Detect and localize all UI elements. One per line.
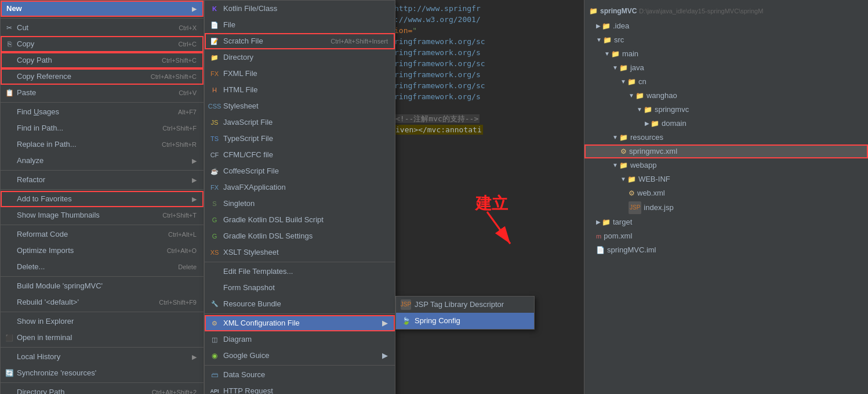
submenu-label-http-request: HTTP Request xyxy=(223,385,273,394)
tree-item-springmvc-xml[interactable]: ⚙ springmvc.xml xyxy=(584,144,868,158)
tree-item-pom-xml[interactable]: m pom.xml xyxy=(584,229,868,243)
submenu-item-singleton[interactable]: S Singleton xyxy=(205,196,395,212)
submenu-label-gradle-build: Gradle Kotlin DSL Build Script xyxy=(223,214,324,226)
submenu-item-http-request[interactable]: API HTTP Request xyxy=(205,383,395,394)
ts-icon: TS xyxy=(209,133,220,144)
submenu-label-html-file: HTML File xyxy=(223,84,257,96)
menu-item-open-in-terminal[interactable]: ⬛ Open in terminal xyxy=(1,330,204,346)
file-tree-panel: 📁 springMVC D:\java\java_idle\day15-spri… xyxy=(584,0,868,394)
menu-item-cut[interactable]: ✂ Cut Ctrl+X xyxy=(1,20,204,36)
submenu-item-edit-file-templates[interactable]: Edit File Templates... xyxy=(205,263,395,280)
tree-item-springmvc-iml[interactable]: 📄 springMVC.iml xyxy=(584,243,868,257)
submenu-item-html-file[interactable]: H HTML File xyxy=(205,82,395,98)
folder-icon-domain: 📁 xyxy=(651,118,659,129)
project-root-path: D:\java\java_idle\day15-springMVC\spring… xyxy=(639,5,763,17)
submenu-item-javafx[interactable]: FX JavaFXApplication xyxy=(205,179,395,196)
submenu-item-directory[interactable]: 📁 Directory xyxy=(205,49,395,66)
menu-item-copy-reference[interactable]: Copy Reference Ctrl+Alt+Shift+C xyxy=(1,68,204,85)
submenu-item-xslt[interactable]: XS XSLT Stylesheet xyxy=(205,244,395,261)
menu-item-show-in-explorer[interactable]: Show in Explorer xyxy=(1,313,204,330)
tree-item-src[interactable]: ▼ 📁 src xyxy=(584,33,868,47)
menu-item-copy[interactable]: ⎘ Copy Ctrl+C xyxy=(1,36,204,52)
tree-item-springmvc-folder[interactable]: ▼ 📁 springmvc xyxy=(584,103,868,117)
tree-item-main[interactable]: ▼ 📁 main xyxy=(584,47,868,61)
menu-item-directory-path[interactable]: Directory Path Ctrl+Alt+Shift+2 xyxy=(1,384,204,394)
menu-label-reformat-code: Reformat Code xyxy=(17,228,68,241)
submenu-label-javascript-file: JavaScript File xyxy=(223,116,273,129)
tree-label-web-xml: web.xml xyxy=(637,187,665,199)
tree-item-domain[interactable]: ▶ 📁 domain xyxy=(584,117,868,131)
submenu-label-file: File xyxy=(223,19,235,31)
submenu-item-diagram[interactable]: ◫ Diagram xyxy=(205,331,395,348)
submenu-item-xml-config[interactable]: ⚙ XML Configuration File ▶ xyxy=(205,315,395,331)
gradle-build-icon: G xyxy=(209,215,220,225)
tree-item-webapp[interactable]: ▼ 📁 webapp xyxy=(584,158,868,172)
menu-item-build-module[interactable]: Build Module 'springMVC' xyxy=(1,278,204,294)
submenu-item-spring-config[interactable]: 🍃 Spring Config xyxy=(396,313,534,329)
tree-item-index-jsp[interactable]: JSP index.jsp xyxy=(584,200,868,215)
submenu-item-file[interactable]: 📄 File xyxy=(205,17,395,33)
tree-item-resources[interactable]: ▼ 📁 resources xyxy=(584,131,868,144)
shortcut-copy-path: Ctrl+Shift+C xyxy=(162,54,197,67)
submenu-label-spring-config: Spring Config xyxy=(415,315,460,327)
submenu-item-coffeescript-file[interactable]: ☕ CoffeeScript File xyxy=(205,163,395,179)
tree-item-cn[interactable]: ▼ 📁 cn xyxy=(584,75,868,89)
menu-item-analyze[interactable]: Analyze ▶ xyxy=(1,153,204,169)
submenu-arrow-local-history: ▶ xyxy=(192,350,197,363)
submenu-item-cfml-file[interactable]: CF CFML/CFC file xyxy=(205,147,395,163)
submenu-label-gradle-settings: Gradle Kotlin DSL Settings xyxy=(223,230,313,243)
menu-item-find-usages[interactable]: Find Usages Alt+F7 xyxy=(1,104,204,120)
menu-label-build-module: Build Module 'springMVC' xyxy=(17,280,103,292)
menu-label-open-in-terminal: Open in terminal xyxy=(17,331,72,344)
tree-item-java[interactable]: ▼ 📁 java xyxy=(584,61,868,75)
tree-item-target[interactable]: ▶ 📁 target xyxy=(584,215,868,229)
menu-label-show-image-thumbnails: Show Image Thumbnails xyxy=(17,209,100,222)
menu-item-paste[interactable]: 📋 Paste Ctrl+V xyxy=(1,85,204,101)
submenu-item-gradle-settings[interactable]: G Gradle Kotlin DSL Settings xyxy=(205,228,395,244)
menu-item-rebuild[interactable]: Rebuild '<default>' Ctrl+Shift+F9 xyxy=(1,294,204,310)
menu-item-synchronize[interactable]: 🔄 Synchronize 'resources' xyxy=(1,365,204,381)
menu-separator-7 xyxy=(1,312,204,312)
submenu-item-javascript-file[interactable]: JS JavaScript File xyxy=(205,114,395,131)
menu-label-analyze: Analyze xyxy=(17,154,43,167)
menu-item-find-in-path[interactable]: Find in Path... Ctrl+Shift+F xyxy=(1,120,204,136)
maven-icon-pom: m xyxy=(596,230,601,242)
submenu-item-scratch-file[interactable]: 📝 Scratch File Ctrl+Alt+Shift+Insert xyxy=(205,33,395,49)
tree-item-webinf[interactable]: ▼ 📁 WEB-INF xyxy=(584,172,868,186)
menu-item-copy-path[interactable]: Copy Path Ctrl+Shift+C xyxy=(1,52,204,68)
menu-item-local-history[interactable]: Local History ▶ xyxy=(1,349,204,365)
tree-label-webapp: webapp xyxy=(630,160,657,171)
submenu-item-form-snapshot[interactable]: Form Snapshot xyxy=(205,280,395,296)
tree-arrow-webinf: ▼ xyxy=(620,173,626,185)
submenu-item-jsp-tag-library[interactable]: JSP JSP Tag Library Descriptor xyxy=(396,297,534,313)
menu-item-add-to-favorites[interactable]: Add to Favorites ▶ xyxy=(1,191,204,207)
menu-item-reformat-code[interactable]: Reformat Code Ctrl+Alt+L xyxy=(1,226,204,243)
submenu-item-stylesheet[interactable]: CSS Stylesheet xyxy=(205,98,395,114)
menu-item-show-image-thumbnails[interactable]: Show Image Thumbnails Ctrl+Shift+T xyxy=(1,207,204,223)
menu-item-refactor[interactable]: Refactor ▶ xyxy=(1,172,204,188)
css-icon: CSS xyxy=(209,101,220,111)
tree-item-idea[interactable]: ▶ 📁 .idea xyxy=(584,19,868,33)
tree-item-web-xml[interactable]: ⚙ web.xml xyxy=(584,186,868,200)
shortcut-scratch-file: Ctrl+Alt+Shift+Insert xyxy=(331,35,388,48)
submenu-item-gradle-build[interactable]: G Gradle Kotlin DSL Build Script xyxy=(205,212,395,228)
menu-item-replace-in-path[interactable]: Replace in Path... Ctrl+Shift+R xyxy=(1,136,204,153)
submenu-item-google-guice[interactable]: ◉ Google Guice ▶ xyxy=(205,348,395,364)
submenu-item-typescript-file[interactable]: TS TypeScript File xyxy=(205,131,395,147)
submenu-item-data-source[interactable]: 🗃 Data Source xyxy=(205,367,395,383)
submenu-item-kotlin-file[interactable]: K Kotlin File/Class xyxy=(205,1,395,17)
menu-item-new[interactable]: New ▶ xyxy=(1,1,204,17)
menu-item-delete[interactable]: Delete... Delete xyxy=(1,259,204,275)
submenu-item-resource-bundle[interactable]: 🔧 Resource Bundle xyxy=(205,296,395,312)
sync-icon: 🔄 xyxy=(4,368,14,378)
menu-item-optimize-imports[interactable]: Optimize Imports Ctrl+Alt+O xyxy=(1,243,204,259)
folder-icon-src: 📁 xyxy=(603,34,612,46)
menu-label-copy-reference: Copy Reference xyxy=(17,70,71,83)
submenu-arrow-guice: ▶ xyxy=(382,349,388,362)
submenu-item-fxml-file[interactable]: FX FXML File xyxy=(205,66,395,82)
tree-item-wanghao[interactable]: ▼ 📁 wanghao xyxy=(584,89,868,103)
tree-label-cn: cn xyxy=(638,76,647,88)
submenu-label-cfml-file: CFML/CFC file xyxy=(223,149,273,161)
kotlin-icon: K xyxy=(209,3,220,14)
menu-label-new: New xyxy=(6,2,22,15)
